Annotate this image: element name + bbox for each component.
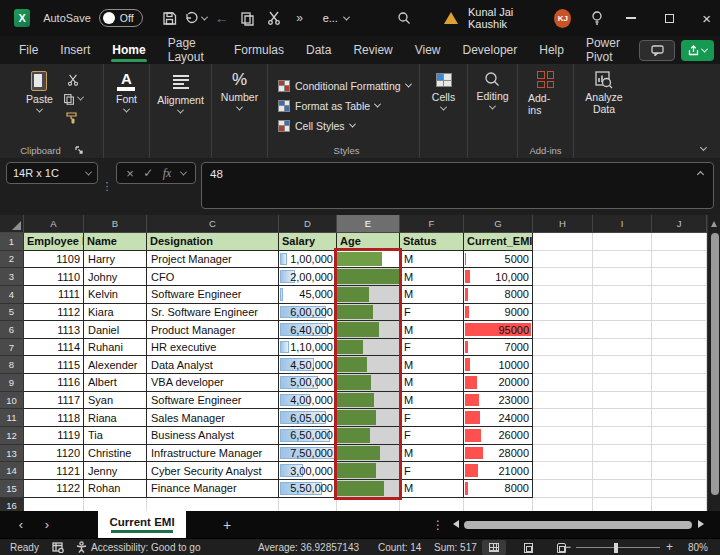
column-header-J[interactable]: J: [652, 215, 707, 232]
row-header-10[interactable]: 10: [0, 392, 24, 410]
row-header-3[interactable]: 3: [0, 268, 24, 286]
employee-id-cell[interactable]: 1117: [24, 392, 84, 410]
salary-cell[interactable]: 6,05,000: [279, 409, 337, 427]
row-header-6[interactable]: 6: [0, 321, 24, 339]
copy-icon[interactable]: [63, 91, 83, 106]
prev-sheet-icon[interactable]: ‹: [8, 517, 34, 532]
number-button[interactable]: % Number: [215, 69, 264, 113]
age-cell[interactable]: [337, 462, 400, 480]
empty-cell[interactable]: [24, 498, 84, 511]
ribbon-tab-home[interactable]: Home: [101, 36, 156, 64]
ribbon-tab-formulas[interactable]: Formulas: [223, 36, 295, 64]
copy-icon[interactable]: [235, 5, 261, 31]
formula-input[interactable]: 48: [201, 162, 714, 209]
employee-id-cell[interactable]: 1118: [24, 409, 84, 427]
empty-cell[interactable]: [533, 304, 593, 322]
comments-button[interactable]: [639, 40, 675, 61]
name-cell[interactable]: Ruhani: [84, 339, 147, 357]
name-cell[interactable]: Albert: [84, 374, 147, 392]
empty-cell[interactable]: [652, 427, 707, 445]
status-cell[interactable]: M: [400, 374, 464, 392]
name-cell[interactable]: Harry: [84, 251, 147, 269]
employee-id-cell[interactable]: 1111: [24, 286, 84, 304]
select-all-corner[interactable]: [0, 215, 24, 232]
emi-cell[interactable]: 8000: [464, 286, 533, 304]
age-cell[interactable]: [337, 286, 400, 304]
employee-id-cell[interactable]: 1119: [24, 427, 84, 445]
avatar[interactable]: KJ: [554, 9, 571, 28]
age-cell[interactable]: [337, 445, 400, 463]
ribbon-tab-page-layout[interactable]: Page Layout: [157, 36, 223, 64]
empty-cell[interactable]: [533, 339, 593, 357]
name-cell[interactable]: Kiara: [84, 304, 147, 322]
age-cell[interactable]: [337, 409, 400, 427]
salary-cell[interactable]: 6,00,000: [279, 304, 337, 322]
horizontal-scroll-thumb[interactable]: [464, 521, 692, 529]
salary-cell[interactable]: 4,50,000: [279, 356, 337, 374]
cancel-icon[interactable]: ×: [126, 166, 134, 181]
designation-cell[interactable]: Finance Manager: [147, 480, 279, 498]
designation-cell[interactable]: Data Analyst: [147, 356, 279, 374]
empty-cell[interactable]: [533, 498, 593, 511]
ribbon-tab-help[interactable]: Help: [528, 36, 575, 64]
undo-icon[interactable]: [183, 5, 209, 31]
empty-cell[interactable]: [533, 251, 593, 269]
empty-cell[interactable]: [593, 480, 652, 498]
age-cell[interactable]: [337, 356, 400, 374]
name-cell[interactable]: Johny: [84, 268, 147, 286]
ribbon-tab-review[interactable]: Review: [342, 36, 403, 64]
addins-button[interactable]: Add-ins: [522, 69, 569, 118]
row-header-9[interactable]: 9: [0, 374, 24, 392]
empty-cell[interactable]: [652, 304, 707, 322]
status-cell[interactable]: M: [400, 286, 464, 304]
empty-cell[interactable]: [464, 498, 533, 511]
sheet-tab-current-emi[interactable]: Current EMI: [98, 511, 186, 538]
emi-cell[interactable]: 26000: [464, 427, 533, 445]
row-header-5[interactable]: 5: [0, 304, 24, 322]
share-button[interactable]: [681, 40, 714, 61]
empty-cell[interactable]: [593, 233, 652, 251]
empty-cell[interactable]: [84, 498, 147, 511]
empty-cell[interactable]: [593, 409, 652, 427]
cut-icon[interactable]: [63, 72, 83, 87]
salary-cell[interactable]: 45,000: [279, 286, 337, 304]
status-cell[interactable]: M: [400, 268, 464, 286]
column-header-D[interactable]: D: [279, 215, 337, 232]
empty-cell[interactable]: [533, 392, 593, 410]
row-header-7[interactable]: 7: [0, 339, 24, 357]
empty-cell[interactable]: [652, 268, 707, 286]
empty-cell[interactable]: [593, 251, 652, 269]
age-cell[interactable]: [337, 480, 400, 498]
employee-id-cell[interactable]: 1112: [24, 304, 84, 322]
header-cell-age[interactable]: Age: [337, 233, 400, 251]
alignment-button[interactable]: Alignment: [151, 69, 210, 116]
salary-cell[interactable]: 5,50,000: [279, 480, 337, 498]
status-count[interactable]: Count: 14: [378, 539, 421, 555]
row-header-4[interactable]: 4: [0, 286, 24, 304]
row-header-12[interactable]: 12: [0, 427, 24, 445]
zoom-level[interactable]: 80%: [688, 539, 708, 555]
enter-icon[interactable]: ✓: [143, 166, 153, 180]
header-cell-employee-id[interactable]: Employee ID: [24, 233, 84, 251]
empty-cell[interactable]: [593, 339, 652, 357]
age-cell[interactable]: [337, 339, 400, 357]
status-cell[interactable]: F: [400, 339, 464, 357]
user-name[interactable]: Kunal Jai Kaushik: [468, 6, 546, 30]
header-cell-salary[interactable]: Salary: [279, 233, 337, 251]
salary-cell[interactable]: 6,40,000: [279, 321, 337, 339]
empty-cell[interactable]: [652, 498, 707, 511]
accessibility-status[interactable]: Accessibility: Good to go: [76, 539, 201, 555]
empty-cell[interactable]: [147, 498, 279, 511]
zoom-in-button[interactable]: +: [666, 539, 673, 555]
designation-cell[interactable]: Software Engineer: [147, 392, 279, 410]
scroll-right-icon[interactable]: [698, 520, 704, 528]
row-header-8[interactable]: 8: [0, 356, 24, 374]
age-cell[interactable]: [337, 427, 400, 445]
cut-icon[interactable]: [261, 5, 287, 31]
emi-cell[interactable]: 95000: [464, 321, 533, 339]
name-cell[interactable]: Syan: [84, 392, 147, 410]
name-cell[interactable]: Christine: [84, 445, 147, 463]
name-cell[interactable]: Jenny: [84, 462, 147, 480]
autosave-toggle[interactable]: Off: [99, 9, 143, 27]
salary-cell[interactable]: 3,00,000: [279, 462, 337, 480]
